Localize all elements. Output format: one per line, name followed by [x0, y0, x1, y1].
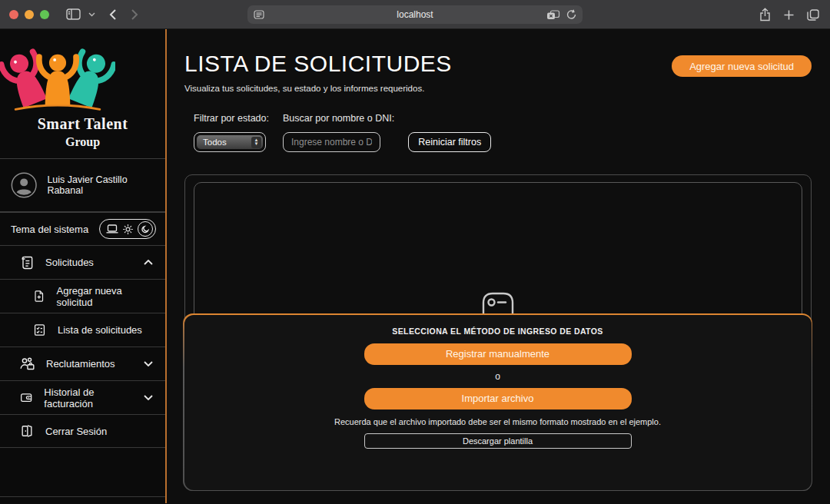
sidebar-item-solicitudes[interactable]: Solicitudes	[0, 245, 165, 279]
dark-theme-icon[interactable]	[138, 221, 153, 237]
page-subtitle: Visualiza tus solicitudes, su estado y l…	[184, 84, 452, 93]
modal-note: Recuerda que el archivo importado debe s…	[334, 417, 661, 426]
avatar	[11, 171, 37, 200]
share-icon[interactable]	[759, 8, 771, 22]
user-profile: Luis Javier Castillo Rabanal	[0, 158, 165, 211]
browser-window: localhost	[0, 0, 830, 504]
sidebar-item-label: Cerrar Sesión	[45, 426, 107, 437]
light-theme-icon[interactable]	[123, 224, 133, 234]
theme-toggle[interactable]	[99, 219, 156, 239]
search-filter-label: Buscar por nombre o DNI:	[283, 113, 394, 124]
logo-title: Smart Talent	[0, 115, 165, 133]
reader-icon[interactable]	[254, 10, 264, 19]
user-name: Luis Javier Castillo Rabanal	[47, 174, 154, 196]
page-title: LISTA DE SOLICITUDES	[184, 51, 452, 77]
scroll-icon	[19, 255, 35, 270]
estado-select-value: Todos	[203, 138, 227, 147]
chevron-down-icon	[144, 395, 153, 400]
close-window-button[interactable]	[9, 10, 18, 19]
url-text[interactable]: localhost	[247, 9, 583, 20]
chevron-up-icon	[144, 260, 153, 265]
minimize-window-button[interactable]	[25, 10, 34, 19]
sidebar-toggle-icon[interactable]	[66, 8, 81, 20]
sidebar-item-cerrar-sesion[interactable]: Cerrar Sesión	[0, 414, 165, 448]
zoom-window-button[interactable]	[40, 10, 49, 19]
logout-icon	[19, 423, 35, 439]
descargar-plantilla-button[interactable]: Descargar plantilla	[364, 433, 632, 449]
extension-badge-icon[interactable]	[546, 10, 560, 20]
modal-separator: o	[495, 371, 500, 382]
browser-toolbar: localhost	[0, 0, 830, 29]
sidebar-item-reclutamientos[interactable]: Reclutamientos	[0, 346, 165, 380]
importar-archivo-button[interactable]: Importar archivo	[364, 388, 632, 410]
select-stepper-icon: ▲▼	[251, 137, 261, 148]
back-button[interactable]	[109, 8, 117, 21]
sidebar-item-label: Solicitudes	[45, 257, 94, 268]
sidebar: Smart Talent Group Luis Javier Castillo …	[0, 29, 167, 503]
wallet-icon	[19, 390, 33, 406]
filters-bar: Filtrar por estado: Todos ▲▼ Buscar por …	[194, 113, 812, 152]
logo-subtitle: Group	[0, 135, 165, 149]
sidebar-item-label: Reclutamientos	[46, 358, 115, 370]
smart-talent-logo-icon	[0, 38, 115, 115]
forward-button[interactable]	[131, 8, 138, 21]
registrar-manualmente-button[interactable]: Registrar manualmente	[364, 343, 632, 365]
logo: Smart Talent Group	[0, 29, 165, 158]
new-tab-icon[interactable]	[784, 10, 794, 20]
sidebar-footer-divider	[0, 496, 165, 503]
add-solicitud-button[interactable]: Agregar nueva solicitud	[672, 55, 812, 77]
sidebar-item-historial-facturacion[interactable]: Historial de facturación	[0, 380, 165, 414]
chevron-down-icon	[144, 361, 153, 366]
reset-filters-button[interactable]: Reiniciar filtros	[408, 132, 491, 152]
sidebar-item-lista-solicitudes[interactable]: Lista de solicitudes	[0, 313, 165, 346]
sidebar-item-label: Agregar nueva solicitud	[57, 285, 153, 308]
tab-overview-icon[interactable]	[807, 9, 819, 21]
traffic-lights	[9, 10, 49, 19]
ingreso-datos-modal: SELECCIONA EL MÉTODO DE INGRESO DE DATOS…	[183, 313, 812, 491]
search-input[interactable]	[283, 132, 380, 152]
main-content: LISTA DE SOLICITUDES Visualiza tus solic…	[167, 29, 830, 503]
system-theme-icon[interactable]	[106, 224, 118, 234]
reload-icon[interactable]	[566, 9, 576, 20]
checklist-icon	[32, 323, 47, 337]
estado-select[interactable]: Todos ▲▼	[194, 132, 266, 152]
address-bar[interactable]: localhost	[247, 5, 583, 24]
sidebar-item-label: Lista de solicitudes	[58, 324, 142, 336]
estado-filter-label: Filtrar por estado:	[194, 113, 269, 124]
file-plus-icon	[32, 289, 46, 303]
modal-title: SELECCIONA EL MÉTODO DE INGRESO DE DATOS	[392, 327, 603, 336]
sidebar-item-agregar-solicitud[interactable]: Agregar nueva solicitud	[0, 279, 165, 313]
theme-label: Tema del sistema	[11, 224, 88, 235]
theme-row: Tema del sistema	[0, 211, 165, 245]
recruitment-icon	[19, 356, 35, 372]
solicitudes-board: SELECCIONA EL MÉTODO DE INGRESO DE DATOS…	[184, 174, 812, 491]
sidebar-item-label: Historial de facturación	[44, 386, 133, 410]
chevron-down-icon[interactable]	[88, 12, 95, 17]
